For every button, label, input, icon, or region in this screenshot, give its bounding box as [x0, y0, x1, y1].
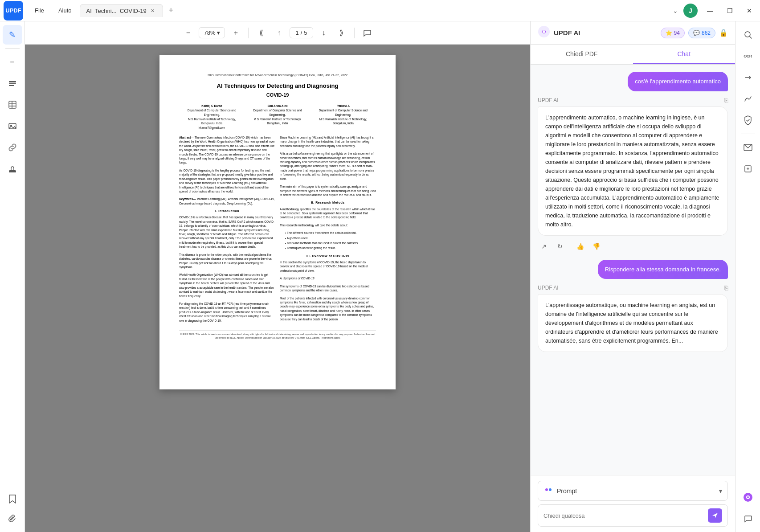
pdf-bullet-2: • Algorithms used.	[285, 236, 376, 240]
tab-chat[interactable]: Chat	[633, 45, 735, 64]
pdf-overview-subsection: A. Symptoms of COVID-19	[280, 276, 376, 280]
right-sidebar-ocr[interactable]: OCR	[738, 46, 758, 66]
nav-last-button[interactable]: ⟫	[335, 26, 349, 40]
copy-icon-2[interactable]: ⎘	[724, 284, 728, 291]
tab-add-button[interactable]: +	[165, 4, 177, 17]
svg-rect-10	[9, 171, 16, 172]
pdf-intro-text-4: For diagnosing the COVID-19 an RT-PCR (r…	[179, 302, 275, 323]
user-message-1-wrapper: cos'è l'apprendimento automatico	[538, 72, 728, 91]
zoom-in-button[interactable]: +	[229, 26, 243, 40]
ai-logo: UPDF AI	[538, 25, 580, 40]
share-button-1[interactable]: ↗	[538, 240, 550, 253]
tab-help[interactable]: Aiuto	[52, 4, 78, 16]
sidebar-icon-image[interactable]	[3, 116, 22, 136]
ai-logo-icon	[538, 25, 550, 40]
pdf-view[interactable]: 2022 International Conference for Advanc…	[25, 45, 530, 532]
sidebar-divider-1	[5, 48, 20, 49]
toolbar-sep-2	[354, 28, 355, 38]
right-sidebar-ai-assistant[interactable]	[738, 487, 758, 507]
nav-prev-button[interactable]: ↑	[272, 26, 286, 40]
zoom-out-button[interactable]: −	[181, 26, 195, 40]
right-sidebar-compress[interactable]	[738, 159, 758, 179]
pdf-research-text: A methodology specifies the boundaries o…	[280, 207, 376, 220]
nav-first-button[interactable]: ⟪	[254, 26, 268, 40]
sidebar-icon-table[interactable]	[3, 95, 22, 115]
tab-file[interactable]: File	[29, 4, 50, 16]
pdf-author-2: Sini Anna Alex Department of Computer Sc…	[245, 104, 310, 130]
pdf-symptoms-text: The symptoms of COVID-19 can be divided …	[280, 284, 376, 293]
copy-icon-1[interactable]: ⎘	[724, 97, 728, 104]
zoom-display[interactable]: 78% ▾	[199, 27, 225, 38]
sidebar-icon-link[interactable]	[3, 138, 22, 157]
pdf-page: 2022 International Conference for Advanc…	[159, 55, 396, 389]
close-button[interactable]: ✕	[742, 4, 756, 18]
pdf-conference-header: 2022 International Conference for Advanc…	[179, 73, 376, 78]
prompt-selector-left: Prompt	[543, 485, 577, 497]
tab-overflow-arrow[interactable]: ⌄	[673, 7, 678, 14]
lock-icon: 🔒	[719, 29, 728, 37]
comment-button[interactable]	[360, 26, 374, 40]
pdf-intro-text: COVID-19 is a infectious disease, that h…	[179, 215, 275, 249]
prompt-input-row	[538, 504, 728, 527]
user-message-2: Rispondere alla stessa domanda in france…	[598, 260, 728, 279]
right-sidebar-convert[interactable]	[738, 68, 758, 87]
left-sidebar-bottom	[3, 489, 22, 528]
ai-logo-text: UPDF AI	[554, 29, 580, 37]
right-sidebar: OCR	[735, 21, 760, 532]
user-avatar[interactable]: J	[683, 4, 698, 18]
sidebar-icon-edit[interactable]: ✎	[3, 25, 22, 45]
pdf-title-line2: COVID-19	[179, 92, 376, 98]
sidebar-icon-attachment[interactable]	[3, 509, 22, 528]
nav-next-button[interactable]: ↓	[317, 26, 331, 40]
pdf-right-text-1: Since Machine Learning (ML) and Artifici…	[280, 135, 376, 148]
pdf-two-col-abstract: Abstract— The new Coronavirus infection …	[179, 135, 376, 326]
page-display: 1 / 5	[290, 27, 313, 38]
pdf-col-left: Abstract— The new Coronavirus infection …	[179, 135, 275, 326]
svg-point-23	[747, 496, 749, 498]
ai-header: UPDF AI ⭐ 94 💬 862 🔒	[531, 21, 735, 45]
svg-point-13	[545, 488, 548, 491]
prompt-send-button[interactable]	[708, 508, 722, 523]
pdf-research-text-2: The research methodology will give the d…	[280, 223, 376, 227]
right-sidebar-protect[interactable]	[738, 110, 758, 130]
tab-close-icon[interactable]: ✕	[149, 7, 156, 14]
user-message-1: cos'è l'apprendimento automatico	[628, 72, 728, 91]
tab-bar: File Aiuto AI_Techni..._COVID-19 ✕ +	[29, 4, 673, 17]
right-sidebar-email[interactable]	[738, 138, 758, 157]
tab-document[interactable]: AI_Techni..._COVID-19 ✕	[80, 4, 163, 17]
minimize-button[interactable]: —	[703, 4, 717, 18]
main-content: ✎ − − 78%	[0, 21, 760, 532]
sidebar-icon-highlight[interactable]	[3, 74, 22, 93]
right-sidebar-search[interactable]	[738, 25, 758, 45]
badge-credits[interactable]: ⭐ 94	[661, 28, 685, 38]
right-sidebar-chat-bubble[interactable]	[738, 509, 758, 528]
maximize-button[interactable]: ❐	[723, 4, 737, 18]
prompt-input[interactable]	[543, 512, 704, 519]
badge-messages[interactable]: 💬 862	[688, 28, 715, 38]
svg-line-16	[749, 37, 752, 39]
pdf-toolbar: − 78% ▾ + ⟪ ↑ 1 / 5 ↓ ⟫	[25, 21, 530, 45]
like-button-1[interactable]: 👍	[574, 240, 586, 253]
right-sidebar-sign[interactable]	[738, 89, 758, 109]
sidebar-icon-bookmark[interactable]	[3, 489, 22, 509]
tab-chiedi-pdf[interactable]: Chiedi PDF	[531, 45, 633, 64]
refresh-button-1[interactable]: ↻	[554, 240, 566, 253]
titlebar-right: ⌄ J — ❐ ✕	[673, 4, 756, 18]
ai-message-2-wrapper: UPDF AI ⎘ L'apprentissage automatique, o…	[538, 284, 728, 352]
app-logo: UPDF	[4, 1, 23, 20]
ai-panel: UPDF AI ⭐ 94 💬 862 🔒 Chiedi PDF Chat	[530, 21, 735, 532]
action-sep-1	[570, 242, 570, 250]
prompt-selector[interactable]: Prompt ▾	[538, 481, 728, 501]
pdf-bullet-4: • Techniques used for getting the result…	[285, 246, 376, 250]
sidebar-icon-stamp[interactable]	[3, 159, 22, 179]
titlebar: UPDF File Aiuto AI_Techni..._COVID-19 ✕ …	[0, 0, 760, 21]
ai-messages[interactable]: cos'è l'apprendimento automatico UPDF AI…	[531, 65, 735, 475]
pdf-author-1: Kshitij C Karne Department of Computer S…	[179, 104, 245, 130]
toolbar-sep-1	[248, 28, 249, 38]
dislike-button-1[interactable]: 👎	[590, 240, 602, 253]
pdf-overview-text: In this section the symptoms of COVID-19…	[280, 260, 376, 273]
pdf-title-line1: AI Techniques for Detecting and Diagnosi…	[179, 82, 376, 90]
pdf-page-wrapper: 2022 International Conference for Advanc…	[159, 55, 396, 389]
pdf-bullet-3: • Tools and methods that are used to col…	[285, 241, 376, 245]
sidebar-icon-minus[interactable]: −	[3, 52, 22, 72]
